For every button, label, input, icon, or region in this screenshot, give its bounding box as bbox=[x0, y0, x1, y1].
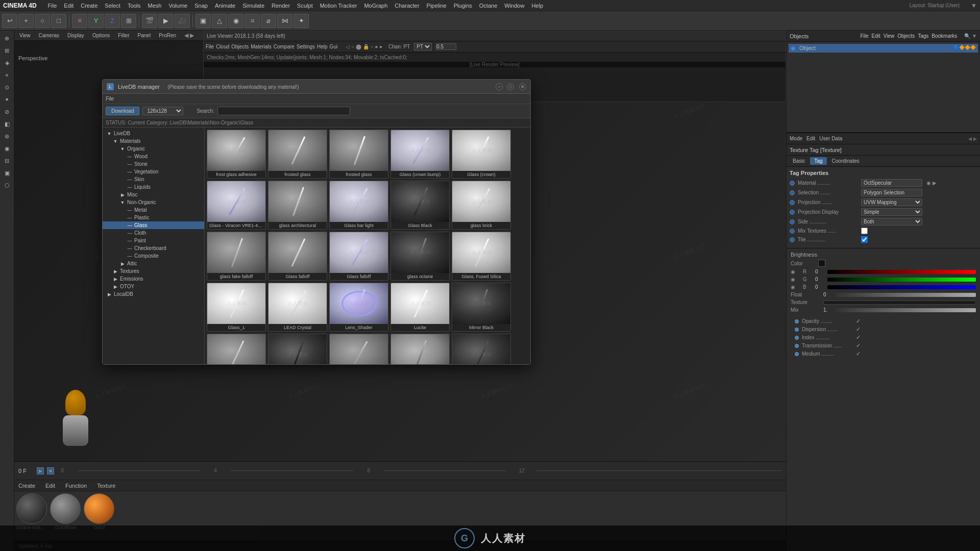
menu-volume[interactable]: Volume bbox=[168, 3, 187, 9]
tree-stone[interactable]: — Stone bbox=[103, 160, 204, 168]
attr-side-select[interactable]: Both bbox=[861, 218, 922, 226]
grid-item-extra-5[interactable]: 人人素材 Tinted Glass bbox=[452, 334, 511, 364]
download-button[interactable]: Download bbox=[106, 107, 139, 115]
tree-localdb[interactable]: ▶ LocalDB bbox=[103, 290, 204, 298]
menu-tools[interactable]: Tools bbox=[128, 3, 141, 9]
grid-item-bar-light[interactable]: 人人素材 Glass bar light bbox=[329, 181, 388, 230]
tool-cone[interactable]: △ bbox=[212, 14, 227, 28]
tree-livedb[interactable]: ▼ LiveDB bbox=[103, 130, 204, 137]
tool-cube[interactable]: ▣ bbox=[195, 14, 211, 28]
tool-path[interactable]: ⌀ bbox=[261, 14, 276, 28]
tree-emissions[interactable]: ▶ Emissions bbox=[103, 275, 204, 283]
tree-glass[interactable]: — Glass bbox=[103, 221, 204, 229]
sidebar-icon-2[interactable]: ⊞ bbox=[2, 45, 13, 56]
lv-menu-compare[interactable]: Compare bbox=[274, 44, 295, 49]
grid-item-crown-bump[interactable]: 人人素材 Glass (crown bump) bbox=[390, 130, 450, 179]
play-button[interactable]: ▶ bbox=[37, 467, 44, 474]
attr-tile-cb[interactable] bbox=[861, 236, 868, 243]
sidebar-icon-1[interactable]: ⊕ bbox=[2, 33, 13, 44]
objects-menu-file[interactable]: File bbox=[860, 33, 868, 39]
lv-menu-file[interactable]: File bbox=[206, 44, 214, 49]
stop-button[interactable]: ■ bbox=[47, 467, 54, 474]
sidebar-icon-13[interactable]: ⬡ bbox=[2, 180, 13, 191]
objects-menu-edit[interactable]: Edit bbox=[872, 33, 880, 39]
attr-selection-input[interactable] bbox=[861, 189, 922, 196]
menu-plugins[interactable]: Plugins bbox=[454, 3, 472, 9]
grid-item-crown[interactable]: 人人素材 Glass (crown) bbox=[452, 130, 511, 179]
tool-y[interactable]: Y bbox=[88, 14, 104, 28]
sidebar-icon-6[interactable]: ✦ bbox=[2, 94, 13, 105]
tool-x[interactable]: ✕ bbox=[72, 14, 87, 28]
viewport-tab-view[interactable]: View bbox=[17, 33, 33, 38]
menu-motion-tracker[interactable]: Motion Tracker bbox=[320, 3, 357, 9]
lv-menu-help[interactable]: Help bbox=[317, 44, 328, 49]
grid-item-lucite[interactable]: 人人素材 Lucite bbox=[390, 283, 450, 332]
grid-item-extra-4[interactable]: 人人素材 Rippled Glass bbox=[390, 334, 450, 364]
modal-maximize-btn[interactable]: □ bbox=[507, 83, 514, 90]
b-slider[interactable] bbox=[827, 285, 976, 289]
grid-item-extra-2[interactable]: 人人素材 Oil Slick bbox=[268, 334, 327, 364]
sidebar-icon-12[interactable]: ▣ bbox=[2, 167, 13, 179]
mix-slider[interactable] bbox=[836, 308, 976, 312]
tool-sphere[interactable]: ◉ bbox=[228, 14, 243, 28]
attr-tab-basic[interactable]: Basic bbox=[789, 157, 809, 165]
grid-item-extra-3[interactable]: 人人素材 Pearl Glass bbox=[329, 334, 388, 364]
tree-wood[interactable]: — Wood bbox=[103, 153, 204, 160]
tool-film[interactable]: 🎬 bbox=[142, 14, 157, 28]
attr-projdisplay-select[interactable]: Simple bbox=[861, 208, 922, 216]
objects-menu-tags[interactable]: Tags bbox=[918, 33, 928, 39]
mat-tab-function[interactable]: Function bbox=[63, 483, 89, 489]
tree-organic[interactable]: ▼ Organic bbox=[103, 145, 204, 153]
lv-chan-select[interactable]: PT bbox=[414, 43, 432, 51]
tree-otoy[interactable]: ▶ OTOY bbox=[103, 283, 204, 290]
medium-check[interactable]: ✓ bbox=[856, 350, 861, 357]
index-check[interactable]: ✓ bbox=[856, 334, 861, 341]
tree-skin[interactable]: — Skin bbox=[103, 176, 204, 183]
menu-render[interactable]: Render bbox=[272, 3, 290, 9]
grid-item-falloff-1[interactable]: 人人素材 Glass falloff bbox=[268, 232, 327, 281]
grid-item-fake-falloff[interactable]: 人人素材 glass fake falloff bbox=[207, 232, 266, 281]
sidebar-icon-4[interactable]: ⋄ bbox=[2, 69, 13, 81]
tool-z[interactable]: Z bbox=[105, 14, 120, 28]
mat-item-0[interactable]: Octane Material bbox=[16, 493, 47, 530]
grid-item-architectural[interactable]: 人人素材 glass architectural bbox=[268, 181, 327, 230]
lv-menu-objects[interactable]: Objects bbox=[231, 44, 249, 49]
r-slider[interactable] bbox=[827, 270, 976, 274]
menu-octane[interactable]: Octane bbox=[479, 3, 497, 9]
tool-grid[interactable]: ⊞ bbox=[121, 14, 136, 28]
search-input[interactable] bbox=[217, 107, 350, 115]
grid-item-octane[interactable]: 人人素材 glass octane bbox=[390, 232, 450, 281]
menu-animate[interactable]: Animate bbox=[215, 3, 235, 9]
size-select[interactable]: 128x128 256x256 512x512 1024x1024 bbox=[142, 107, 183, 115]
objects-menu-objects[interactable]: Objects bbox=[897, 33, 915, 39]
tool-render[interactable]: 🎥 bbox=[175, 14, 190, 28]
sidebar-icon-3[interactable]: ◈ bbox=[2, 57, 13, 68]
layout-arrow[interactable]: ▼ bbox=[971, 2, 977, 9]
grid-item-falloff-2[interactable]: 人人素材 Glass falloff bbox=[329, 232, 388, 281]
userdata-tab[interactable]: User Data bbox=[819, 136, 842, 141]
grid-item-fused-silica[interactable]: 人人素材 Glass, Fused Silica bbox=[452, 232, 511, 281]
lv-menu-settings[interactable]: Settings bbox=[297, 44, 315, 49]
mat-tab-texture[interactable]: Texture bbox=[95, 483, 117, 489]
grid-item-glass1[interactable]: 人人素材 Glass_1 bbox=[207, 283, 266, 332]
sidebar-icon-5[interactable]: ⊙ bbox=[2, 82, 13, 93]
mode-tab[interactable]: Mode bbox=[790, 136, 802, 141]
attr-tab-tag[interactable]: Tag bbox=[810, 157, 826, 165]
tree-misc[interactable]: ▶ Misc bbox=[103, 191, 204, 198]
float-slider[interactable] bbox=[836, 293, 976, 297]
transmission-check[interactable]: ✓ bbox=[856, 342, 861, 349]
menu-edit[interactable]: Edit bbox=[64, 3, 74, 9]
tree-checkerboard[interactable]: — Checkerboard bbox=[103, 244, 204, 252]
modal-close-btn[interactable]: ✕ bbox=[519, 83, 526, 90]
sidebar-icon-10[interactable]: ◉ bbox=[2, 143, 13, 154]
dispersion-check[interactable]: ✓ bbox=[856, 326, 861, 333]
menu-snap[interactable]: Snap bbox=[194, 3, 208, 9]
mat-tab-edit[interactable]: Edit bbox=[43, 483, 57, 489]
viewport-tab-options[interactable]: Options bbox=[90, 33, 112, 38]
tree-paint[interactable]: — Paint bbox=[103, 237, 204, 244]
menu-character[interactable]: Character bbox=[395, 3, 419, 9]
tool-square[interactable]: □ bbox=[51, 14, 66, 28]
sidebar-icon-9[interactable]: ⊛ bbox=[2, 131, 13, 142]
viewport-tab-display[interactable]: Display bbox=[65, 33, 86, 38]
grid-item-viracon[interactable]: 人人素材 Glass - Viracon VRE1-46.or bbox=[207, 181, 266, 230]
